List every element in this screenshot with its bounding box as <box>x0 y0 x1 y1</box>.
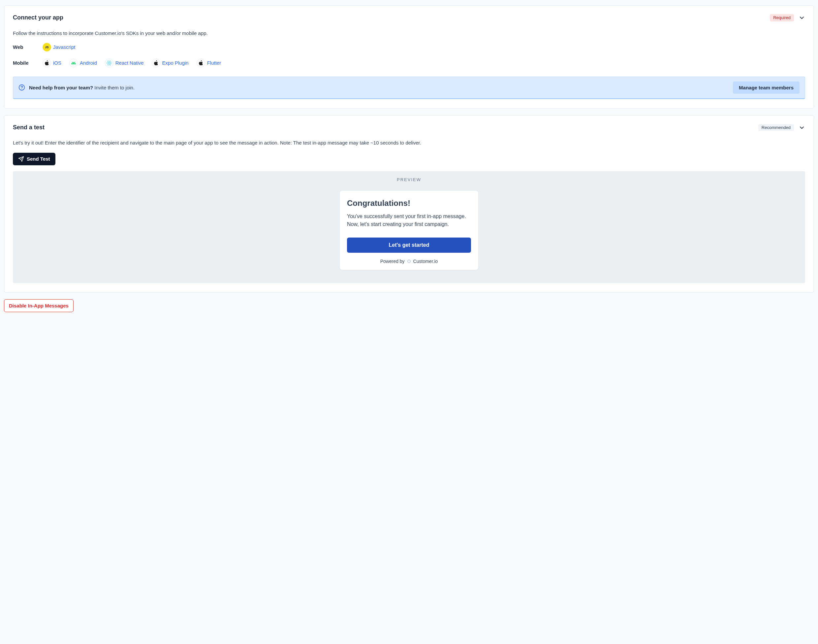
apple-icon <box>197 59 205 67</box>
get-started-button[interactable]: Let's get started <box>347 238 471 253</box>
preview-pane: PREVIEW Congratulations! You've successf… <box>13 171 805 283</box>
javascript-link[interactable]: JS Javascript <box>43 43 75 51</box>
preview-heading: Congratulations! <box>347 199 471 208</box>
required-badge: Required <box>770 14 794 21</box>
javascript-link-label: Javascript <box>53 44 75 50</box>
test-header-right: Recommended <box>758 124 805 131</box>
chevron-down-icon[interactable] <box>798 124 805 131</box>
preview-label: PREVIEW <box>20 177 798 182</box>
connect-app-card: Connect your app Required Follow the ins… <box>4 5 814 109</box>
react-native-label: React Native <box>115 60 144 66</box>
android-label: Android <box>80 60 97 66</box>
disable-inapp-button[interactable]: Disable In-App Messages <box>4 299 74 312</box>
send-test-button[interactable]: Send Test <box>13 153 55 165</box>
react-native-link[interactable]: React Native <box>105 59 144 67</box>
help-banner-text: Need help from your team? Invite them to… <box>29 85 135 90</box>
expo-label: Expo Plugin <box>162 60 188 66</box>
connect-title: Connect your app <box>13 14 63 21</box>
paper-plane-icon <box>18 156 24 162</box>
connect-header-right: Required <box>770 14 805 21</box>
web-links: JS Javascript <box>43 43 75 51</box>
powered-by: Powered by Customer.io <box>347 259 471 264</box>
send-test-card: Send a test Recommended Let's try it out… <box>4 115 814 293</box>
android-icon <box>69 59 78 67</box>
web-platform-row: Web JS Javascript <box>13 43 805 51</box>
recommended-badge: Recommended <box>758 124 794 131</box>
mobile-label: Mobile <box>13 60 43 66</box>
test-title: Send a test <box>13 124 44 131</box>
flutter-label: Flutter <box>207 60 221 66</box>
ios-link[interactable]: iOS <box>43 59 61 67</box>
help-strong: Need help from your team? <box>29 85 93 90</box>
apple-icon <box>152 59 160 67</box>
help-rest: Invite them to join. <box>93 85 135 90</box>
web-label: Web <box>13 44 43 50</box>
react-icon <box>105 59 113 67</box>
mobile-platform-row: Mobile iOS Android React Native <box>13 59 805 67</box>
android-link[interactable]: Android <box>69 59 97 67</box>
help-icon <box>18 84 25 91</box>
apple-icon <box>43 59 51 67</box>
send-test-label: Send Test <box>27 156 50 162</box>
preview-message-card: Congratulations! You've successfully sen… <box>340 191 478 270</box>
help-banner-left: Need help from your team? Invite them to… <box>18 84 135 91</box>
mobile-links: iOS Android React Native Expo Plugin <box>43 59 221 67</box>
test-card-header: Send a test Recommended <box>13 124 805 131</box>
connect-card-header: Connect your app Required <box>13 14 805 21</box>
svg-point-0 <box>109 62 109 63</box>
javascript-icon: JS <box>43 43 51 51</box>
test-description: Let's try it out! Enter the identifier o… <box>13 139 805 146</box>
customerio-logo-icon <box>407 259 411 264</box>
help-banner: Need help from your team? Invite them to… <box>13 77 805 99</box>
preview-body: You've successfully sent your first in-a… <box>347 213 471 228</box>
flutter-link[interactable]: Flutter <box>197 59 221 67</box>
powered-brand: Customer.io <box>413 259 438 264</box>
manage-team-button[interactable]: Manage team members <box>733 81 800 94</box>
ios-label: iOS <box>53 60 61 66</box>
powered-prefix: Powered by <box>380 259 405 264</box>
connect-description: Follow the instructions to incorporate C… <box>13 29 805 37</box>
chevron-down-icon[interactable] <box>798 14 805 21</box>
expo-link[interactable]: Expo Plugin <box>152 59 188 67</box>
